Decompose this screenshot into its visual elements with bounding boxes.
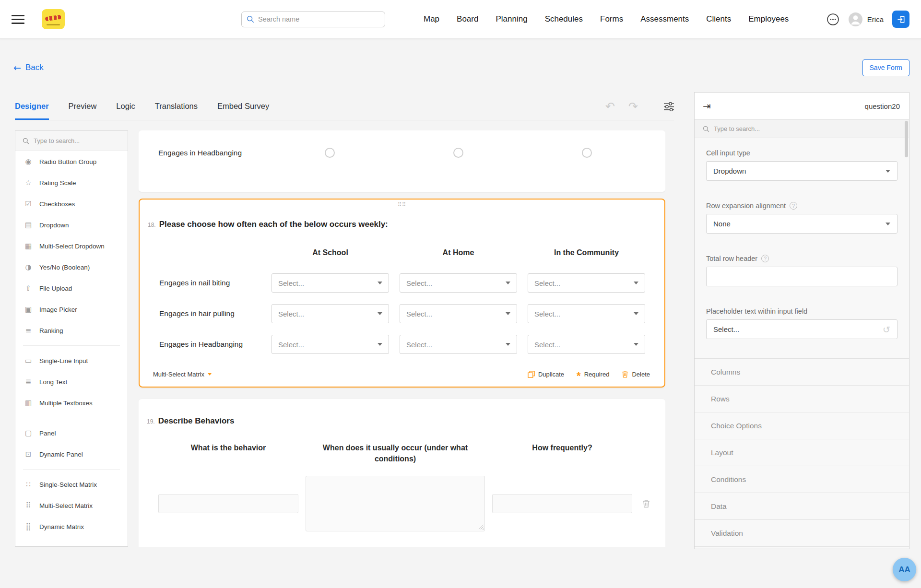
toolbox-item-multi-select-matrix[interactable]: ⠿ Multi-Select Matrix	[15, 495, 128, 516]
nav-item-map[interactable]: Map	[424, 14, 439, 24]
save-form-button[interactable]: Save Form	[862, 59, 909, 76]
nav-item-clients[interactable]: Clients	[706, 14, 731, 24]
settings-icon[interactable]	[664, 102, 674, 111]
drag-handle-icon[interactable]: ⠿⠿	[398, 201, 406, 208]
info-icon[interactable]: ?	[790, 202, 797, 210]
matrix-cell-dropdown[interactable]: Select...	[272, 273, 389, 293]
chat-icon[interactable]	[827, 13, 839, 26]
matrix-column-header[interactable]: In the Community	[528, 248, 645, 257]
undo-icon[interactable]: ↶	[605, 100, 615, 113]
textboxes-column-header[interactable]: When does it usually occur (under what c…	[306, 442, 485, 464]
matrix-column-header[interactable]: At Home	[400, 248, 517, 257]
app-logo[interactable]	[42, 9, 65, 29]
toolbox-search-input[interactable]	[34, 137, 120, 144]
matrix-cell-dropdown[interactable]: Select...	[400, 335, 517, 354]
matrix-row-label[interactable]: Engages in hair pulling	[159, 309, 261, 318]
matrix-row-label[interactable]: Engages in Headbanging	[159, 340, 261, 349]
question-title[interactable]: Please choose how often each of the belo…	[159, 220, 388, 229]
matrix-cell-dropdown[interactable]: Select...	[272, 304, 389, 323]
section-data[interactable]: Data	[695, 493, 909, 520]
delete-button[interactable]: Delete	[622, 370, 650, 378]
matrix-cell-dropdown[interactable]: Select...	[528, 304, 645, 323]
collapse-panel-icon[interactable]: ⇥	[703, 100, 711, 112]
placeholder-text-input[interactable]	[713, 325, 883, 333]
nav-item-forms[interactable]: Forms	[600, 14, 623, 24]
dynamic-matrix-icon: ⣿	[24, 522, 33, 531]
user-menu[interactable]: Erica	[848, 12, 884, 27]
cell-input-type-dropdown[interactable]: Dropdown	[706, 161, 897, 181]
designer-history-tools: ↶ ↷	[605, 93, 674, 120]
tab-preview[interactable]: Preview	[69, 93, 97, 120]
textboxes-column-header[interactable]: How frequently?	[492, 442, 632, 453]
toolbox-item-dynamic-panel[interactable]: ⊡ Dynamic Panel	[15, 444, 128, 465]
tab-logic[interactable]: Logic	[116, 93, 135, 120]
scrollbar-thumb[interactable]	[905, 121, 908, 157]
section-rows[interactable]: Rows	[695, 386, 909, 412]
matrix-cell-dropdown[interactable]: Select...	[400, 273, 517, 293]
section-choice-options[interactable]: Choice Options	[695, 412, 909, 439]
toolbox-item-dynamic-matrix[interactable]: ⣿ Dynamic Matrix	[15, 516, 128, 537]
toolbox-item-radio-button-group[interactable]: ◉ Radio Button Group	[15, 151, 128, 172]
matrix-cell-dropdown[interactable]: Select...	[272, 335, 389, 354]
property-search-input[interactable]	[714, 125, 901, 132]
matrix-row-label[interactable]: Engages in nail biting	[159, 279, 261, 287]
toolbox-item-long-text[interactable]: ≣ Long Text	[15, 371, 128, 392]
total-row-header-input[interactable]	[713, 272, 890, 281]
tab-designer[interactable]: Designer	[15, 93, 49, 120]
nav-item-schedules[interactable]: Schedules	[545, 14, 583, 24]
required-button[interactable]: * Required	[577, 371, 609, 378]
radio-circle[interactable]	[582, 148, 592, 158]
toolbox-item-panel[interactable]: ▢ Panel	[15, 423, 128, 444]
nav-item-assessments[interactable]: Assessments	[640, 14, 689, 24]
tab-embed-survey[interactable]: Embed Survey	[217, 93, 269, 120]
behavior-input[interactable]	[158, 494, 298, 513]
occurrence-textarea[interactable]	[306, 476, 485, 531]
info-icon[interactable]: ?	[761, 255, 769, 262]
section-conditions[interactable]: Conditions	[695, 466, 909, 493]
toolbox-item-single-line-input[interactable]: ▭ Single-Line Input	[15, 350, 128, 371]
matrix-column-header[interactable]: At School	[272, 248, 389, 257]
frequency-input[interactable]	[492, 494, 632, 513]
reset-icon[interactable]: ↺	[883, 324, 890, 335]
menu-icon[interactable]	[12, 15, 24, 24]
toolbox-item-single-select-matrix[interactable]: ∷ Single-Select Matrix	[15, 474, 128, 495]
chevron-down-icon	[886, 170, 890, 173]
toolbox-item-dropdown[interactable]: ▤ Dropdown	[15, 214, 128, 235]
accessibility-button[interactable]: AA	[893, 558, 916, 581]
toolbox-item-multiple-textboxes[interactable]: ▥ Multiple Textboxes	[15, 392, 128, 413]
back-link[interactable]: ← Back	[13, 62, 44, 73]
question-18-card[interactable]: ⠿⠿ 18. Please choose how often each of t…	[139, 199, 665, 388]
section-validation[interactable]: Validation	[695, 520, 909, 547]
nav-item-employees[interactable]: Employees	[748, 14, 789, 24]
logout-button[interactable]	[892, 11, 909, 28]
nav-item-board[interactable]: Board	[457, 14, 478, 24]
toolbox-item-ranking[interactable]: ≡ Ranking	[15, 320, 128, 341]
nav-item-planning[interactable]: Planning	[496, 14, 527, 24]
trash-icon[interactable]	[639, 499, 653, 508]
matrix-cell-dropdown[interactable]: Select...	[528, 273, 645, 293]
section-layout[interactable]: Layout	[695, 439, 909, 466]
question-17-card[interactable]: Engages in Headbanging	[139, 130, 665, 192]
radio-circle[interactable]	[325, 148, 335, 158]
field-label: Placeholder text within input field	[706, 307, 807, 315]
matrix-cell-dropdown[interactable]: Select...	[528, 335, 645, 354]
question-title[interactable]: Describe Behaviors	[158, 416, 235, 426]
search-input[interactable]	[258, 15, 380, 23]
toolbox-item-checkboxes[interactable]: ☑ Checkboxes	[15, 193, 128, 214]
section-columns[interactable]: Columns	[695, 359, 909, 386]
question-19-card[interactable]: 19. Describe Behaviors What is the behav…	[139, 399, 665, 547]
radio-circle[interactable]	[453, 148, 463, 158]
user-name: Erica	[867, 15, 884, 24]
question-type-selector[interactable]: Multi-Select Matrix	[153, 371, 212, 378]
redo-icon[interactable]: ↷	[628, 100, 638, 113]
matrix-cell-dropdown[interactable]: Select...	[400, 304, 517, 323]
toolbox-item-file-upload[interactable]: ⇧ File Upload	[15, 278, 128, 299]
duplicate-button[interactable]: Duplicate	[528, 371, 564, 378]
tab-translations[interactable]: Translations	[155, 93, 198, 120]
toolbox-item-multi-select-dropdown[interactable]: ▦ Multi-Select Dropdown	[15, 235, 128, 257]
toolbox-item-rating-scale[interactable]: ☆ Rating Scale	[15, 172, 128, 193]
textboxes-column-header[interactable]: What is the behavior	[158, 442, 298, 453]
toolbox-item-image-picker[interactable]: ▣ Image Picker	[15, 299, 128, 320]
toolbox-item-yes-no-boolean[interactable]: ◑ Yes/No (Boolean)	[15, 257, 128, 278]
row-expansion-dropdown[interactable]: None	[706, 214, 897, 234]
